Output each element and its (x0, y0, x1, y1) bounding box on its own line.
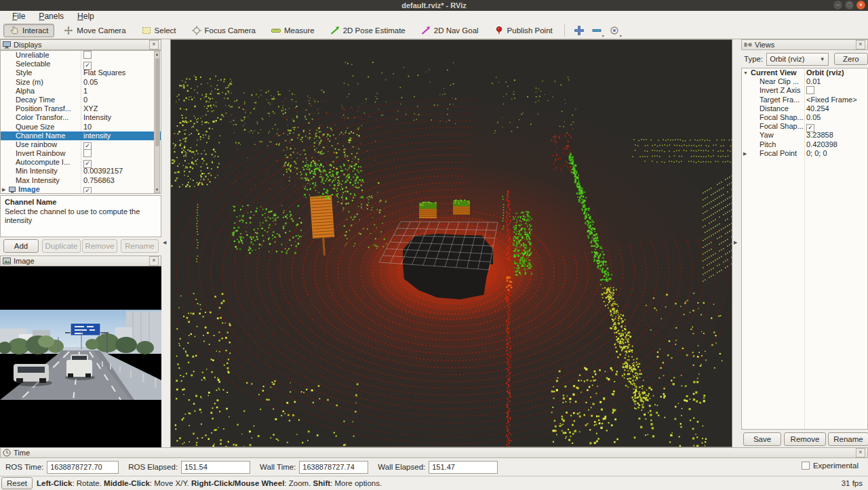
displays-property-row[interactable]: Selectable✓ (1, 60, 161, 68)
time-field-input[interactable]: 151.54 (181, 461, 250, 474)
time-panel-header[interactable]: Time × (0, 447, 868, 458)
3d-viewport[interactable] (170, 39, 732, 447)
property-value[interactable]: Orbit (rviz) (806, 68, 844, 77)
property-value[interactable]: 0.01 (806, 77, 821, 86)
property-value[interactable]: 0.420398 (806, 140, 837, 149)
time-close-icon[interactable]: × (856, 448, 865, 457)
property-value[interactable]: 40.254 (806, 104, 829, 113)
views-property-row[interactable]: Yaw3.23858 (742, 131, 867, 140)
scroll-up-icon[interactable]: ▲ (155, 52, 159, 56)
rename-view-button[interactable]: Rename (828, 432, 868, 446)
collapse-right-icon[interactable]: ▶ (734, 240, 737, 245)
displays-property-row[interactable]: Image▶✓ (1, 185, 161, 194)
tool-measure[interactable]: Measure (265, 24, 321, 37)
displays-property-row[interactable]: Alpha1 (1, 87, 161, 96)
displays-close-icon[interactable]: × (149, 40, 159, 49)
views-property-row[interactable]: Near Clip ...0.01 (742, 77, 867, 86)
views-panel-header[interactable]: Views × (741, 39, 868, 50)
property-value[interactable]: 0.756863 (83, 176, 115, 185)
views-property-row[interactable]: Focal Shap...0.05 (742, 113, 867, 122)
property-value[interactable]: <Fixed Frame> (806, 96, 857, 104)
minimize-button[interactable]: – (833, 1, 842, 9)
tool-2d-nav-goal[interactable]: 2D Nav Goal (415, 24, 485, 37)
collapse-icon[interactable]: ▼ (743, 68, 748, 77)
image-panel-header[interactable]: Image × (0, 256, 161, 266)
property-value[interactable]: 10 (83, 123, 92, 131)
tool-properties-icon[interactable]: ▾ (609, 25, 620, 36)
scroll-down-icon[interactable]: ▼ (155, 188, 159, 192)
property-value[interactable]: 0.00392157 (83, 167, 123, 176)
displays-property-row[interactable]: StyleFlat Squares (1, 68, 161, 77)
property-value[interactable]: Flat Squares (83, 68, 125, 77)
displays-property-row[interactable]: Use rainbow✓ (1, 140, 161, 149)
property-value[interactable]: 3.23858 (806, 131, 833, 140)
displays-property-row[interactable]: Max Intensity0.756863 (1, 176, 161, 185)
right-splitter[interactable]: ▶ (732, 39, 741, 447)
checkbox-off[interactable] (806, 86, 814, 94)
add-button[interactable]: Add (3, 239, 39, 253)
views-property-row[interactable]: ▶Focal Point0; 0; 0 (742, 149, 867, 158)
displays-property-row[interactable]: Autocompute I...✓ (1, 158, 161, 167)
tool-select[interactable]: Select (136, 24, 182, 37)
displays-property-row[interactable]: Unreliable (1, 51, 161, 60)
expand-icon[interactable]: ▶ (743, 149, 747, 158)
views-property-row[interactable]: Pitch0.420398 (742, 140, 867, 149)
property-value[interactable]: 1 (83, 87, 87, 96)
displays-property-row[interactable]: Channel Nameintensity (1, 131, 161, 140)
collapse-left-icon[interactable]: ◀ (163, 240, 166, 245)
reset-button[interactable]: Reset (1, 477, 33, 489)
tool-move-camera[interactable]: Move Camera (58, 24, 132, 37)
time-field-input[interactable]: 151.47 (429, 461, 498, 474)
views-property-row[interactable]: Distance40.254 (742, 104, 867, 113)
scroll-thumb[interactable] (155, 58, 159, 146)
menu-file[interactable]: File (5, 11, 32, 22)
save-view-button[interactable]: Save (743, 432, 781, 446)
displays-scrollbar[interactable]: ▲ ▼ (154, 51, 160, 193)
tool-publish-point[interactable]: Publish Point (488, 24, 559, 37)
displays-property-row[interactable]: Color Transfor...Intensity (1, 113, 161, 122)
experimental-checkbox[interactable] (802, 462, 810, 470)
checkbox-off[interactable] (83, 149, 92, 157)
expand-icon[interactable]: ▶ (2, 185, 5, 194)
property-value[interactable]: 0.05 (806, 113, 821, 122)
property-value[interactable] (806, 86, 814, 96)
displays-property-row[interactable]: Queue Size10 (1, 123, 161, 131)
displays-property-row[interactable]: Position Transf...XYZ (1, 104, 161, 113)
menu-panels[interactable]: Panels (32, 11, 71, 22)
displays-property-row[interactable]: Min Intensity0.00392157 (1, 167, 161, 176)
property-value[interactable]: XYZ (83, 104, 98, 113)
remove-view-button[interactable]: Remove (784, 432, 826, 446)
views-property-row[interactable]: ▼Current ViewOrbit (rviz) (742, 68, 867, 77)
views-property-row[interactable]: Target Fra...<Fixed Frame> (742, 96, 867, 104)
camera-image-view[interactable] (0, 266, 161, 447)
checkbox-off[interactable] (83, 51, 92, 59)
displays-property-row[interactable]: Invert Rainbow (1, 149, 161, 158)
checkbox-on[interactable]: ✓ (83, 187, 92, 194)
property-value[interactable]: 0 (83, 96, 87, 104)
menu-help[interactable]: Help (71, 11, 101, 22)
property-value[interactable] (83, 51, 92, 60)
displays-property-row[interactable]: Decay Time0 (1, 96, 161, 104)
title-bar[interactable]: default.rviz* - RViz – □ × (0, 0, 868, 11)
displays-panel-header[interactable]: Displays × (0, 39, 161, 50)
property-value[interactable]: ✓ (83, 185, 92, 194)
time-field-input[interactable]: 1638878727.70 (47, 461, 119, 474)
time-field-input[interactable]: 1638878727.74 (299, 461, 368, 474)
views-property-row[interactable]: Invert Z Axis (742, 86, 867, 95)
tool-interact[interactable]: Interact (3, 24, 54, 37)
add-tool-icon[interactable] (574, 25, 585, 36)
left-splitter[interactable]: ◀ (161, 39, 170, 447)
3d-viewport-canvas[interactable] (171, 40, 732, 447)
views-close-icon[interactable]: × (856, 40, 865, 49)
property-value[interactable]: Intensity (83, 113, 111, 122)
remove-tool-icon[interactable]: ▾ (591, 25, 602, 36)
tool-2d-pose-estimate[interactable]: 2D Pose Estimate (324, 24, 412, 37)
chevron-down-icon[interactable]: ▾ (620, 33, 622, 38)
maximize-button[interactable]: □ (845, 1, 854, 9)
property-value[interactable]: intensity (83, 131, 111, 140)
zero-button[interactable]: Zero (834, 53, 868, 65)
close-button[interactable]: × (856, 1, 865, 9)
property-value[interactable]: 0.05 (83, 78, 98, 87)
property-value[interactable] (83, 149, 92, 159)
displays-property-row[interactable]: Size (m)0.05 (1, 78, 161, 87)
